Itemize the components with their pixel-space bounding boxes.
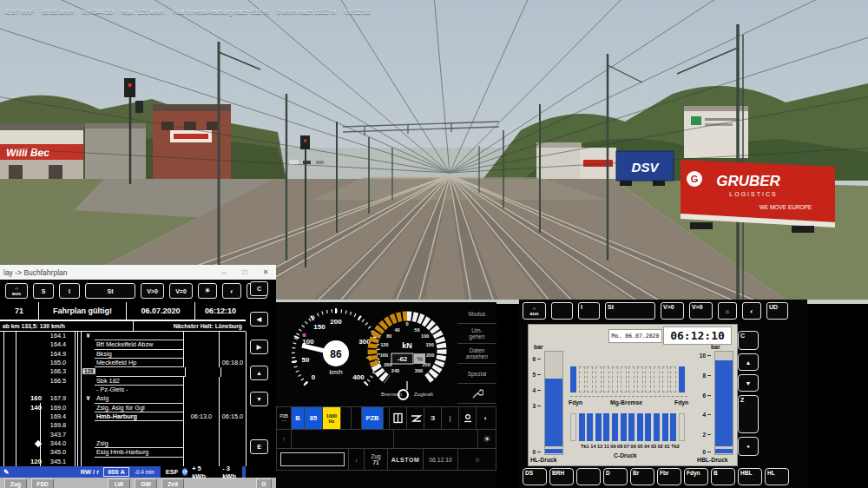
pzb-1000hz-lamp: 1000Hz	[323, 407, 341, 429]
scroll-down-button[interactable]: ▼	[250, 392, 268, 406]
table-row: 160167.9¥Asig	[0, 394, 246, 403]
scroll-up-button[interactable]: ▲	[250, 366, 268, 380]
page-left-button[interactable]: ◀	[250, 312, 268, 326]
menu-service[interactable]	[457, 384, 496, 404]
status-halt: Halt in Hmb-Harburg nach 938 m	[173, 8, 268, 16]
st-button[interactable]: St	[85, 283, 135, 299]
pzb-lamp: PZB	[362, 407, 384, 429]
lw-button[interactable]: LW	[108, 478, 130, 488]
contrast-icon[interactable]: ◐	[742, 302, 761, 320]
gauge-row: 0 50 100 150 200 300 400 86 km/h	[276, 302, 496, 406]
v-eq0-button[interactable]: V=0	[169, 283, 193, 299]
pzb-curve-icon[interactable]: Ǝ	[424, 407, 442, 429]
pzb-mode-b-lamp: B	[292, 407, 305, 429]
brightness-down-icon[interactable]: ☼	[458, 449, 496, 470]
c-druck-bars	[570, 413, 685, 441]
st-button[interactable]: St	[605, 302, 655, 320]
table-row: 120345.1	[0, 458, 246, 466]
v-gt0-button[interactable]: V>0	[661, 302, 684, 320]
e-button[interactable]: E	[250, 439, 268, 454]
table-row: 164.9Bksig	[0, 350, 246, 359]
blank-button[interactable]	[576, 468, 601, 485]
fsd-button[interactable]: FSD	[31, 478, 54, 488]
b-button[interactable]: B	[711, 468, 735, 485]
contrast-icon[interactable]: ◐	[222, 283, 241, 299]
zeit-button[interactable]: Zeit	[161, 478, 184, 488]
fbr-button[interactable]: Fbr	[657, 468, 681, 485]
blank-button[interactable]	[551, 302, 573, 320]
ds-button[interactable]: DS	[523, 468, 547, 485]
z-button[interactable]: Z	[738, 395, 759, 433]
window-titlebar[interactable]: lay -> Buchfahrplan – □ ✕	[0, 265, 276, 280]
table-row: 169.8	[0, 421, 246, 430]
fdyn-button[interactable]: Fdyn	[684, 468, 708, 485]
i-button[interactable]: I	[59, 283, 80, 299]
maximize-button[interactable]: □	[234, 265, 255, 280]
status-accel: -0.97 m/s²	[4, 8, 34, 16]
ud-button[interactable]: UD	[766, 302, 788, 320]
c-button[interactable]: C	[738, 331, 759, 350]
dot-button[interactable]: ●	[738, 437, 759, 456]
indicator-ring-icon	[398, 389, 409, 400]
fdyn-left-label: Fdyn	[569, 399, 582, 406]
mfd-menu: Modus Um-gehen Datenansehen Spezial	[457, 304, 496, 404]
scroll-up-button[interactable]: ↑	[276, 430, 292, 448]
brightness-icon[interactable]: ☀	[198, 283, 217, 299]
svg-text:200: 200	[426, 353, 434, 358]
lamp-icon[interactable]	[459, 407, 477, 429]
mfd-clock: 06.12.10	[424, 449, 458, 470]
scroll-down-button[interactable]: ↓	[349, 449, 365, 470]
aus-button[interactable]: ☼ aus	[523, 302, 546, 320]
separator-bar-icon[interactable]: |	[442, 407, 459, 429]
i-button[interactable]: I	[578, 302, 600, 320]
status-km: km 344.00	[82, 8, 113, 16]
gruber-text: GRUBER	[716, 173, 780, 189]
svg-text:0: 0	[312, 373, 316, 381]
brightness-icon[interactable]: ☼	[718, 302, 737, 320]
hl-label: HL-Druck	[530, 457, 557, 463]
brightness-up-icon[interactable]: ☀	[478, 430, 496, 448]
zug-button[interactable]: Zug	[4, 478, 27, 488]
kn-unit: kN	[402, 341, 412, 350]
menu-umgehen[interactable]: Um-gehen	[457, 324, 496, 344]
c-druck-label: C-Druck	[614, 452, 636, 458]
schedule-date: 06.07.2020	[127, 302, 195, 320]
v-eq0-button[interactable]: V=0	[689, 302, 713, 320]
svg-text:50: 50	[414, 327, 419, 333]
s-button[interactable]: S	[33, 283, 54, 299]
direction-label: RW / r	[81, 468, 100, 476]
brake-toolbar: ☼ aus I St V>0 V=0 ☼ ◐ UD	[519, 300, 807, 322]
d-button[interactable]: D	[603, 468, 628, 485]
svg-text:200: 200	[330, 318, 342, 326]
aus-button[interactable]: ☼ aus	[5, 283, 28, 299]
contrast-icon[interactable]: ◐	[477, 407, 496, 429]
entry-field[interactable]	[280, 452, 345, 466]
table-row: 166.3128	[0, 367, 246, 376]
br-button[interactable]: Br	[630, 468, 654, 485]
hl-button[interactable]: HL	[765, 468, 789, 485]
train-id: Zug71	[365, 449, 388, 470]
scroll-down-button[interactable]: ▼	[738, 374, 759, 392]
brh-button[interactable]: BRH	[549, 468, 574, 485]
aus-label: aus	[529, 311, 538, 316]
minimize-button[interactable]: –	[214, 265, 234, 280]
menu-modus[interactable]: Modus	[457, 304, 496, 324]
menu-spezial[interactable]: Spezial	[457, 364, 496, 384]
current-speed-value: 86	[330, 348, 342, 360]
hbl-button[interactable]: HBL	[738, 468, 762, 485]
close-button[interactable]: ✕	[255, 265, 276, 280]
gw-button[interactable]: GW	[135, 478, 157, 488]
sifa-icon[interactable]	[407, 407, 424, 429]
timetable-header: 71 Fahrplan gültig! 06.07.2020 06:12:10	[0, 302, 246, 321]
svg-text:160: 160	[380, 353, 388, 358]
page-right-button[interactable]: ▶	[250, 340, 268, 354]
energy-minus: - 3 kWh	[222, 465, 237, 480]
svg-text:50: 50	[302, 356, 310, 364]
door-icon[interactable]	[390, 407, 407, 429]
v-gt0-button[interactable]: V>0	[141, 283, 164, 299]
window-title: lay -> Buchfahrplan	[0, 268, 214, 277]
menu-daten-ansehen[interactable]: Datenansehen	[457, 344, 496, 364]
c-button[interactable]: C	[250, 281, 268, 296]
g-button[interactable]: G	[256, 478, 272, 488]
scroll-up-button[interactable]: ▲	[738, 353, 759, 371]
